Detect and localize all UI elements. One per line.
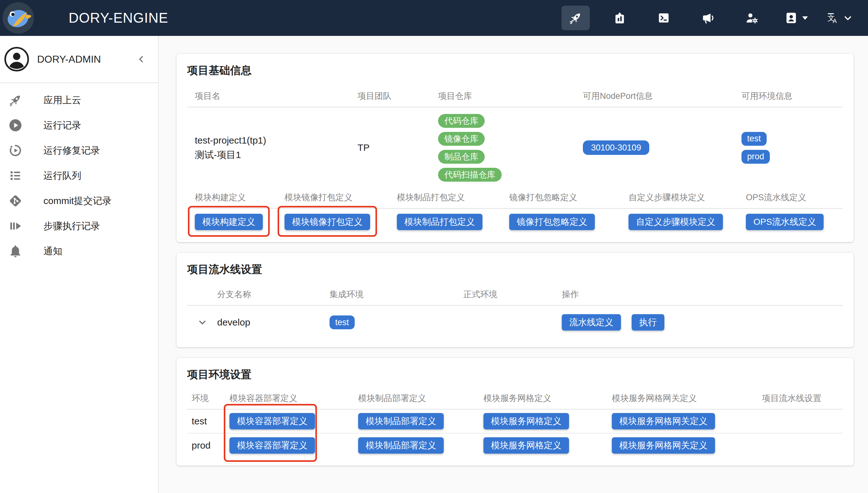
workload-nav-button[interactable] (605, 6, 634, 30)
repo-tag-code[interactable]: 代码仓库 (438, 114, 485, 128)
column-header: 正式环境 (463, 289, 562, 300)
column-header: 可用NodePort信息 (575, 90, 734, 102)
main-content: 项目基础信息 项目名 项目团队 项目仓库 可用NodePort信息 可用环境信息… (159, 36, 868, 493)
sidebar-item-run-queue[interactable]: 运行队列 (0, 163, 158, 188)
env-rows: test 模块容器部署定义 模块制品部署定义 模块服务网格定义 模块服务网格网关… (187, 410, 843, 457)
project-desc: 测试-项目1 (195, 148, 350, 162)
terminal-icon (656, 11, 671, 25)
announcement-icon (700, 11, 715, 25)
column-header: 模块构建定义 (187, 192, 277, 203)
sidebar-item-label: 应用上云 (43, 94, 81, 107)
navbar-actions (561, 6, 854, 30)
sidebar-item-commit-records[interactable]: commit提交记录 (0, 188, 158, 213)
rocket-icon (569, 11, 583, 25)
announcement-nav-button[interactable] (694, 6, 722, 30)
module-service-mesh-def-button[interactable]: 模块服务网格定义 (484, 413, 569, 429)
pipeline-header-row: 分支名称 集成环境 正式环境 操作 (187, 289, 843, 306)
dory-logo[interactable] (2, 2, 34, 34)
project-repos-cell: 代码仓库 镜像仓库 制品仓库 代码扫描仓库 (430, 114, 575, 181)
expand-row-button[interactable] (197, 317, 208, 328)
image-pack-ignore-def-button[interactable]: 镜像打包忽略定义 (509, 214, 595, 230)
replay-icon (8, 143, 23, 158)
module-build-def-button[interactable]: 模块构建定义 (195, 214, 263, 230)
column-header: 模块制品打包定义 (389, 192, 502, 203)
chevron-down-icon (842, 11, 854, 25)
custom-step-module-def-button[interactable]: 自定义步骤模块定义 (628, 214, 723, 230)
pipeline-row-develop: develop test 流水线定义 执行 (187, 306, 843, 339)
sidebar-item-step-exec-records[interactable]: 步骤执行记录 (0, 213, 158, 239)
sidebar-item-label: 步骤执行记录 (43, 220, 100, 233)
user-management-icon (744, 11, 759, 25)
column-header: 分支名称 (217, 289, 330, 300)
card-title: 项目流水线设置 (187, 262, 843, 277)
repo-tag-code-scan[interactable]: 代码扫描仓库 (438, 168, 502, 181)
column-header: OPS流水线定义 (738, 192, 843, 203)
sidebar-menu: 应用上云 运行记录 运行修复记录 运行队列 commit提交记录 步骤执行记录 (0, 83, 158, 264)
module-mesh-gateway-def-button[interactable]: 模块服务网格网关定义 (612, 437, 715, 454)
module-mesh-gateway-def-button[interactable]: 模块服务网格网关定义 (612, 413, 715, 429)
module-service-mesh-def-button[interactable]: 模块服务网格定义 (484, 437, 569, 454)
language-icon (826, 11, 839, 25)
column-header: 模块服务网格网关定义 (607, 392, 758, 404)
rocket-nav-button[interactable] (561, 6, 590, 30)
collapse-sidebar-button[interactable] (136, 54, 147, 65)
env-badge-test: test (330, 316, 355, 329)
language-menu-button[interactable] (826, 6, 854, 30)
branch-name: develop (217, 317, 330, 328)
module-artifact-deploy-def-button[interactable]: 模块制品部署定义 (358, 437, 444, 454)
bell-icon (8, 244, 23, 258)
column-header: 镜像打包忽略定义 (502, 192, 621, 203)
column-header: 项目名 (187, 90, 350, 102)
pipeline-def-button[interactable]: 流水线定义 (562, 314, 621, 330)
env-row-prod: prod 模块容器部署定义 模块制品部署定义 模块服务网格定义 模块服务网格网关… (187, 433, 843, 457)
project-pipeline-card: 项目流水线设置 分支名称 集成环境 正式环境 操作 develop test (177, 253, 853, 347)
play-circle-icon (8, 118, 23, 132)
sidebar-item-label: 运行修复记录 (43, 144, 100, 157)
sidebar-item-notifications[interactable]: 通知 (0, 239, 158, 264)
workload-icon (613, 11, 627, 25)
column-header: 操作 (562, 289, 843, 300)
envs-cell: test prod (734, 132, 843, 164)
basic-info-header-row: 项目名 项目团队 项目仓库 可用NodePort信息 可用环境信息 (187, 90, 843, 107)
module-container-deploy-def-button[interactable]: 模块容器部署定义 (229, 413, 315, 429)
steps-icon (8, 219, 23, 233)
column-header: 自定义步骤模块定义 (621, 192, 738, 203)
column-header: 模块镜像打包定义 (277, 192, 389, 203)
column-header: 集成环境 (330, 289, 463, 300)
project-basic-info-card: 项目基础信息 项目名 项目团队 项目仓库 可用NodePort信息 可用环境信息… (177, 54, 853, 242)
caret-down-icon (802, 16, 808, 20)
module-artifact-pack-def-button[interactable]: 模块制品打包定义 (397, 214, 483, 230)
terminal-nav-button[interactable] (650, 6, 678, 30)
account-menu-button[interactable] (782, 6, 810, 30)
repo-tag-image[interactable]: 镜像仓库 (438, 132, 485, 146)
project-name-cell: test-project1(tp1) 测试-项目1 (187, 133, 350, 162)
module-container-deploy-def-button[interactable]: 模块容器部署定义 (229, 437, 315, 454)
module-image-pack-def-button[interactable]: 模块镜像打包定义 (285, 214, 370, 230)
execute-button[interactable]: 执行 (632, 314, 664, 330)
module-artifact-deploy-def-button[interactable]: 模块制品部署定义 (358, 413, 444, 429)
nodeport-badge: 30100-30109 (583, 141, 649, 155)
column-header: 项目团队 (350, 90, 430, 102)
column-header: 项目仓库 (430, 90, 575, 102)
card-title: 项目基础信息 (187, 63, 843, 78)
sidebar-item-label: 通知 (43, 245, 62, 258)
sidebar-item-label: commit提交记录 (43, 195, 112, 208)
column-header: 环境 (187, 392, 225, 404)
sidebar-item-app-to-cloud[interactable]: 应用上云 (0, 87, 158, 113)
sidebar-user-row: DORY-ADMIN (0, 36, 158, 83)
git-commit-icon (8, 194, 23, 208)
rocket-icon (8, 93, 23, 107)
account-icon (784, 11, 798, 25)
repo-tag-artifact[interactable]: 制品仓库 (438, 150, 485, 164)
sidebar-item-run-records[interactable]: 运行记录 (0, 113, 158, 138)
avatar (4, 46, 29, 72)
app-title: DORY-ENGINE (69, 10, 169, 26)
top-navbar: DORY-ENGINE (0, 0, 868, 36)
column-header: 可用环境信息 (734, 90, 843, 102)
queue-list-icon (8, 168, 23, 183)
ops-pipeline-def-button[interactable]: OPS流水线定义 (746, 214, 824, 230)
integration-env-cell: test (330, 316, 463, 329)
user-management-nav-button[interactable] (738, 6, 766, 30)
sidebar-item-label: 运行队列 (43, 169, 81, 182)
sidebar-item-run-fix-records[interactable]: 运行修复记录 (0, 138, 158, 163)
